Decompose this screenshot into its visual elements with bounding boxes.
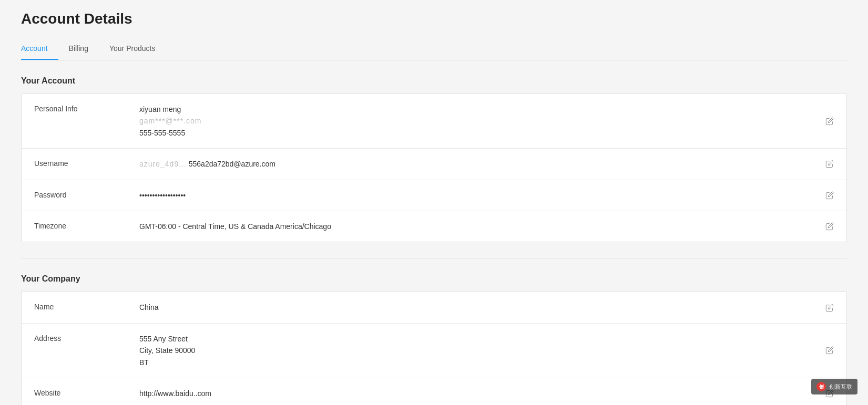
timezone-label: Timezone [34,221,139,230]
personal-info-value: xiyuan meng gam***@***.com 555-555-5555 [139,103,834,139]
page-container: Account Details Account Billing Your Pro… [0,0,868,405]
company-address-line-2: City, State 90000 [139,345,834,356]
personal-info-line-2: gam***@***.com [139,115,834,127]
pencil-icon [825,117,834,126]
company-address-value: 555 Any Street City, State 90000 BT [139,333,834,368]
personal-info-edit-button[interactable] [823,115,836,128]
page-title: Account Details [21,11,847,27]
tabs-bar: Account Billing Your Products [21,38,847,60]
timezone-row: Timezone GMT-06:00 - Central Time, US & … [22,211,846,242]
your-company-section: Your Company Name China Address [21,274,847,405]
company-address-line-1: 555 Any Street [139,333,834,345]
company-website-row: Website http://www.baidu..com [22,378,846,405]
company-website-label: Website [34,388,139,397]
timezone-value: GMT-06:00 - Central Time, US & Canada Am… [139,221,834,232]
timezone-line-1: GMT-06:00 - Central Time, US & Canada Am… [139,222,331,231]
username-value: azure_4d9... 556a2da72bd@azure.com [139,158,834,170]
pencil-icon [825,304,834,312]
personal-info-line-1: xiyuan meng [139,103,834,115]
watermark-logo: 创 [816,382,826,391]
personal-info-row: Personal Info xiyuan meng gam***@***.com… [22,94,846,149]
tab-account[interactable]: Account [21,38,58,60]
company-website-line-1: http://www.baidu..com [139,389,211,398]
your-account-section: Your Account Personal Info xiyuan meng g… [21,76,847,242]
company-name-line-1: China [139,303,159,311]
your-company-title: Your Company [21,274,847,284]
your-account-title: Your Account [21,76,847,86]
your-company-card: Name China Address 555 Any Street City, … [21,292,847,405]
password-label: Password [34,190,139,199]
timezone-edit-button[interactable] [823,220,836,233]
company-address-label: Address [34,333,139,342]
username-edit-button[interactable] [823,158,836,170]
company-address-edit-button[interactable] [823,344,836,357]
pencil-icon [825,346,834,355]
pencil-icon [825,160,834,168]
company-name-edit-button[interactable] [823,302,836,314]
personal-info-label: Personal Info [34,103,139,113]
company-name-value: China [139,302,834,313]
company-address-row: Address 555 Any Street City, State 90000… [22,324,846,378]
section-divider [21,258,847,258]
password-edit-button[interactable] [823,189,836,202]
company-name-label: Name [34,302,139,311]
password-line-1: •••••••••••••••••• [139,191,186,200]
company-name-row: Name China [22,292,846,323]
company-website-value: http://www.baidu..com [139,388,834,399]
username-line-2: 556a2da72bd@azure.com [189,160,275,168]
personal-info-line-3: 555-555-5555 [139,127,834,139]
pencil-icon [825,222,834,231]
tab-your-products[interactable]: Your Products [109,38,166,60]
pencil-icon [825,191,834,200]
password-row: Password •••••••••••••••••• [22,180,846,211]
watermark-text: 创新互联 [829,383,852,391]
your-account-card: Personal Info xiyuan meng gam***@***.com… [21,94,847,242]
company-address-line-3: BT [139,357,834,368]
watermark: 创 创新互联 [811,379,857,394]
username-row: Username azure_4d9... 556a2da72bd@azure.… [22,149,846,180]
username-label: Username [34,158,139,168]
password-value: •••••••••••••••••• [139,190,834,201]
tab-billing[interactable]: Billing [69,38,99,60]
username-line-1: azure_4d9... [139,160,187,168]
